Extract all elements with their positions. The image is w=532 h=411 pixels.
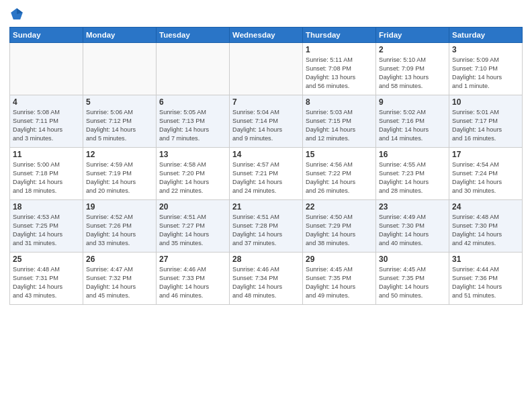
day-info: Sunrise: 4:46 AM Sunset: 7:34 PM Dayligh… <box>232 265 300 300</box>
day-cell: 15Sunrise: 4:56 AM Sunset: 7:22 PM Dayli… <box>303 148 376 200</box>
day-info: Sunrise: 5:09 AM Sunset: 7:10 PM Dayligh… <box>452 56 519 91</box>
day-number: 11 <box>13 150 80 159</box>
day-info: Sunrise: 4:55 AM Sunset: 7:23 PM Dayligh… <box>379 161 446 195</box>
day-info: Sunrise: 5:00 AM Sunset: 7:18 PM Dayligh… <box>13 161 80 195</box>
day-info: Sunrise: 5:05 AM Sunset: 7:13 PM Dayligh… <box>159 108 226 143</box>
day-number: 18 <box>13 202 80 212</box>
day-cell: 3Sunrise: 5:09 AM Sunset: 7:10 PM Daylig… <box>449 43 523 95</box>
day-number: 9 <box>379 97 446 107</box>
day-cell: 12Sunrise: 4:59 AM Sunset: 7:19 PM Dayli… <box>83 148 157 200</box>
day-number: 14 <box>232 150 300 159</box>
col-header-saturday: Saturday <box>449 28 523 43</box>
day-info: Sunrise: 4:48 AM Sunset: 7:30 PM Dayligh… <box>452 213 519 248</box>
day-info: Sunrise: 4:45 AM Sunset: 7:35 PM Dayligh… <box>306 265 373 300</box>
day-number: 25 <box>13 255 80 264</box>
week-row-3: 18Sunrise: 4:53 AM Sunset: 7:25 PM Dayli… <box>10 200 523 253</box>
col-header-thursday: Thursday <box>303 28 376 43</box>
day-info: Sunrise: 5:02 AM Sunset: 7:16 PM Dayligh… <box>379 108 446 143</box>
day-number: 27 <box>159 255 226 264</box>
week-row-1: 4Sunrise: 5:08 AM Sunset: 7:11 PM Daylig… <box>10 95 523 148</box>
day-cell: 6Sunrise: 5:05 AM Sunset: 7:13 PM Daylig… <box>157 95 230 148</box>
day-number: 24 <box>452 202 519 212</box>
day-cell: 18Sunrise: 4:53 AM Sunset: 7:25 PM Dayli… <box>10 200 83 253</box>
day-cell: 4Sunrise: 5:08 AM Sunset: 7:11 PM Daylig… <box>10 95 83 148</box>
day-info: Sunrise: 4:53 AM Sunset: 7:25 PM Dayligh… <box>13 213 80 248</box>
day-number: 15 <box>306 150 373 159</box>
day-number: 1 <box>306 45 373 54</box>
col-header-sunday: Sunday <box>10 28 83 43</box>
day-info: Sunrise: 4:44 AM Sunset: 7:36 PM Dayligh… <box>452 265 519 300</box>
day-cell: 19Sunrise: 4:52 AM Sunset: 7:26 PM Dayli… <box>83 200 157 253</box>
day-cell: 30Sunrise: 4:45 AM Sunset: 7:35 PM Dayli… <box>376 253 449 305</box>
day-cell: 5Sunrise: 5:06 AM Sunset: 7:12 PM Daylig… <box>83 95 157 148</box>
col-header-tuesday: Tuesday <box>157 28 230 43</box>
day-number: 21 <box>232 202 300 212</box>
day-number: 10 <box>452 97 519 107</box>
day-info: Sunrise: 4:59 AM Sunset: 7:19 PM Dayligh… <box>86 161 153 195</box>
day-number: 31 <box>452 255 519 264</box>
day-number: 16 <box>379 150 446 159</box>
day-cell: 17Sunrise: 4:54 AM Sunset: 7:24 PM Dayli… <box>449 148 523 200</box>
day-number: 13 <box>159 150 226 159</box>
day-info: Sunrise: 5:06 AM Sunset: 7:12 PM Dayligh… <box>86 108 153 143</box>
day-cell: 9Sunrise: 5:02 AM Sunset: 7:16 PM Daylig… <box>376 95 449 148</box>
day-cell: 29Sunrise: 4:45 AM Sunset: 7:35 PM Dayli… <box>303 253 376 305</box>
day-info: Sunrise: 5:01 AM Sunset: 7:17 PM Dayligh… <box>452 108 519 143</box>
day-number: 29 <box>306 255 373 264</box>
day-cell: 21Sunrise: 4:51 AM Sunset: 7:28 PM Dayli… <box>230 200 303 253</box>
day-cell: 26Sunrise: 4:47 AM Sunset: 7:32 PM Dayli… <box>83 253 157 305</box>
day-info: Sunrise: 4:47 AM Sunset: 7:32 PM Dayligh… <box>86 265 153 300</box>
day-info: Sunrise: 5:10 AM Sunset: 7:09 PM Dayligh… <box>379 56 446 91</box>
header <box>9 7 523 21</box>
day-cell: 14Sunrise: 4:57 AM Sunset: 7:21 PM Dayli… <box>230 148 303 200</box>
day-number: 20 <box>159 202 226 212</box>
day-cell: 13Sunrise: 4:58 AM Sunset: 7:20 PM Dayli… <box>157 148 230 200</box>
day-info: Sunrise: 4:49 AM Sunset: 7:30 PM Dayligh… <box>379 213 446 248</box>
day-cell: 27Sunrise: 4:46 AM Sunset: 7:33 PM Dayli… <box>157 253 230 305</box>
day-number: 6 <box>159 97 226 107</box>
logo-icon <box>9 7 24 21</box>
day-info: Sunrise: 4:45 AM Sunset: 7:35 PM Dayligh… <box>379 265 446 300</box>
day-info: Sunrise: 4:46 AM Sunset: 7:33 PM Dayligh… <box>159 265 226 300</box>
day-cell: 8Sunrise: 5:03 AM Sunset: 7:15 PM Daylig… <box>303 95 376 148</box>
day-cell: 23Sunrise: 4:49 AM Sunset: 7:30 PM Dayli… <box>376 200 449 253</box>
day-cell <box>83 43 157 95</box>
day-info: Sunrise: 5:08 AM Sunset: 7:11 PM Dayligh… <box>13 108 80 143</box>
day-cell: 31Sunrise: 4:44 AM Sunset: 7:36 PM Dayli… <box>449 253 523 305</box>
day-number: 19 <box>86 202 153 212</box>
day-info: Sunrise: 5:03 AM Sunset: 7:15 PM Dayligh… <box>306 108 373 143</box>
day-info: Sunrise: 4:54 AM Sunset: 7:24 PM Dayligh… <box>452 161 519 195</box>
day-cell: 25Sunrise: 4:48 AM Sunset: 7:31 PM Dayli… <box>10 253 83 305</box>
day-number: 17 <box>452 150 519 159</box>
week-row-4: 25Sunrise: 4:48 AM Sunset: 7:31 PM Dayli… <box>10 253 523 305</box>
day-cell: 16Sunrise: 4:55 AM Sunset: 7:23 PM Dayli… <box>376 148 449 200</box>
day-info: Sunrise: 5:04 AM Sunset: 7:14 PM Dayligh… <box>232 108 300 143</box>
day-cell: 22Sunrise: 4:50 AM Sunset: 7:29 PM Dayli… <box>303 200 376 253</box>
day-info: Sunrise: 4:58 AM Sunset: 7:20 PM Dayligh… <box>159 161 226 195</box>
day-cell: 28Sunrise: 4:46 AM Sunset: 7:34 PM Dayli… <box>230 253 303 305</box>
calendar-table: SundayMondayTuesdayWednesdayThursdayFrid… <box>9 27 523 305</box>
logo <box>9 7 27 21</box>
day-cell: 11Sunrise: 5:00 AM Sunset: 7:18 PM Dayli… <box>10 148 83 200</box>
col-header-wednesday: Wednesday <box>230 28 303 43</box>
day-number: 5 <box>86 97 153 107</box>
day-number: 2 <box>379 45 446 54</box>
day-number: 7 <box>232 97 300 107</box>
day-info: Sunrise: 4:48 AM Sunset: 7:31 PM Dayligh… <box>13 265 80 300</box>
day-cell <box>157 43 230 95</box>
day-info: Sunrise: 4:50 AM Sunset: 7:29 PM Dayligh… <box>306 213 373 248</box>
day-cell: 10Sunrise: 5:01 AM Sunset: 7:17 PM Dayli… <box>449 95 523 148</box>
day-number: 3 <box>452 45 519 54</box>
day-info: Sunrise: 4:57 AM Sunset: 7:21 PM Dayligh… <box>232 161 300 195</box>
page: SundayMondayTuesdayWednesdayThursdayFrid… <box>0 0 532 411</box>
day-cell: 20Sunrise: 4:51 AM Sunset: 7:27 PM Dayli… <box>157 200 230 253</box>
day-number: 26 <box>86 255 153 264</box>
day-info: Sunrise: 4:51 AM Sunset: 7:27 PM Dayligh… <box>159 213 226 248</box>
day-number: 22 <box>306 202 373 212</box>
header-row: SundayMondayTuesdayWednesdayThursdayFrid… <box>10 28 523 43</box>
day-number: 12 <box>86 150 153 159</box>
day-info: Sunrise: 5:11 AM Sunset: 7:08 PM Dayligh… <box>306 56 373 91</box>
day-number: 30 <box>379 255 446 264</box>
day-cell <box>10 43 83 95</box>
col-header-friday: Friday <box>376 28 449 43</box>
